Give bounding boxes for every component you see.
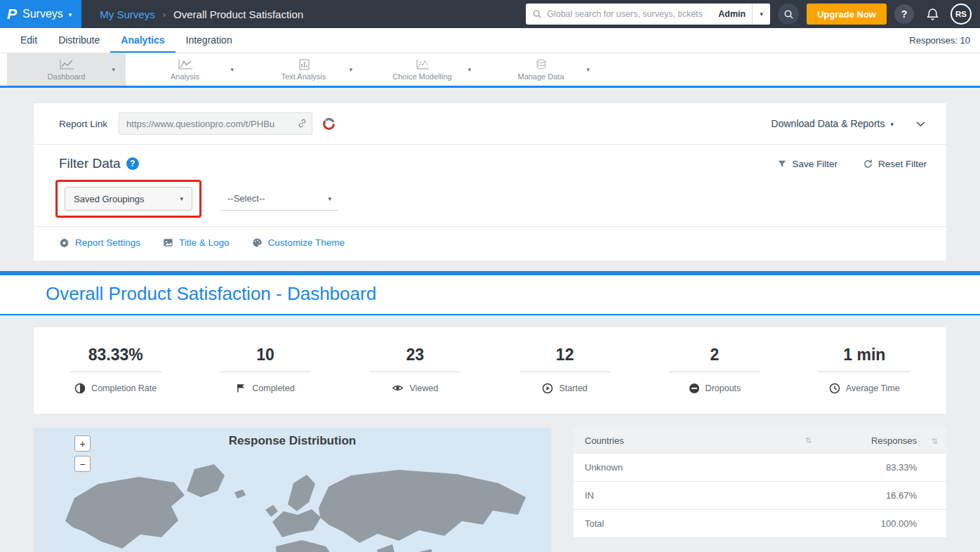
sort-icon[interactable]: ⇅ — [932, 437, 938, 445]
analytics-toolbar: Dashboard ▾ Analysis ▾ Text Analysis ▾ C… — [0, 53, 980, 88]
search-icon — [532, 9, 542, 19]
country-cell: IN — [585, 490, 812, 501]
play-circle-icon — [542, 383, 553, 394]
table-row: Unknown 83.33% — [574, 454, 946, 482]
surveys-product-menu[interactable]: P Surveys ▾ — [0, 0, 81, 28]
tab-distribute[interactable]: Distribute — [48, 28, 110, 53]
world-map[interactable] — [34, 454, 551, 552]
gear-icon — [59, 237, 69, 248]
table-header: Countries ⇅ Responses ⇅ — [574, 428, 946, 454]
countries-table: Countries ⇅ Responses ⇅ Unknown 83.33% I… — [574, 428, 946, 538]
zoom-in-button[interactable]: + — [74, 435, 91, 452]
caret-down-icon: ▾ — [328, 195, 331, 202]
dashboard-title-band: Overall Product Satisfaction - Dashboard — [0, 275, 980, 315]
user-avatar[interactable]: RS — [951, 4, 972, 25]
text-analysis-icon — [296, 59, 312, 70]
tab-edit[interactable]: Edit — [10, 28, 48, 53]
table-row: IN 16.67% — [574, 482, 946, 510]
stat-started: 12 Started — [490, 346, 640, 394]
sort-icon[interactable]: ⇅ — [805, 436, 812, 445]
toolbar-item-label: Analysis — [171, 72, 199, 81]
notifications-button[interactable] — [922, 4, 943, 25]
toolbar-item-choice-modelling[interactable]: Choice Modelling ▾ — [363, 53, 482, 86]
caret-down-icon[interactable]: ▾ — [586, 66, 590, 73]
stat-label: Dropouts — [706, 383, 741, 393]
product-name: Surveys — [22, 8, 63, 20]
tab-analytics[interactable]: Analytics — [110, 28, 175, 53]
breadcrumb: My Surveys › Overall Product Satisfactio… — [100, 8, 303, 20]
topbar-actions: Admin ▾ Upgrade Now ? RS — [526, 4, 980, 25]
topbar: P Surveys ▾ My Surveys › Overall Product… — [0, 0, 980, 28]
stats-card: 83.33% Completion Rate 10 Completed 23 V… — [34, 327, 946, 414]
divider — [669, 372, 760, 372]
survey-nav: Edit Distribute Analytics Integration Re… — [0, 28, 980, 53]
responses-cell: 83.33% — [812, 462, 917, 473]
report-link-row: Report Link Download Data & Reports ▾ — [34, 103, 946, 144]
title-logo-label: Title & Logo — [179, 237, 230, 248]
questionpro-logo-icon: P — [7, 6, 17, 22]
toolbar-item-manage-data[interactable]: Manage Data ▾ — [482, 53, 600, 86]
tab-integration[interactable]: Integration — [176, 28, 243, 53]
stat-label: Started — [559, 383, 587, 393]
save-filter-label: Save Filter — [792, 159, 837, 169]
save-filter-button[interactable]: Save Filter — [777, 159, 837, 169]
bell-icon — [926, 8, 939, 21]
toolbar-item-text-analysis[interactable]: Text Analysis ▾ — [244, 53, 363, 86]
stat-average-time: 1 min Average Time — [790, 346, 939, 394]
page-title: Overall Product Satisfaction - Dashboard — [46, 283, 376, 304]
breadcrumb-separator: › — [163, 9, 166, 20]
link-icon[interactable] — [297, 118, 307, 129]
report-settings-link[interactable]: Report Settings — [59, 237, 140, 248]
responses-cell: 100.00% — [812, 518, 917, 529]
stat-label: Completion Rate — [91, 383, 157, 393]
divider — [519, 372, 611, 372]
stat-value: 23 — [406, 346, 425, 364]
database-icon — [534, 58, 548, 70]
saved-groupings-wrap: Saved Groupings ▾ — [65, 187, 192, 211]
stat-value: 83.33% — [88, 346, 143, 364]
live-report-badge-icon[interactable] — [322, 117, 336, 131]
caret-down-icon[interactable]: ▾ — [112, 66, 115, 73]
title-logo-link[interactable]: Title & Logo — [163, 237, 230, 248]
toolbar-item-analysis[interactable]: Analysis ▾ — [126, 53, 244, 86]
toolbar-item-label: Dashboard — [48, 72, 86, 81]
responses-header[interactable]: Responses — [812, 435, 917, 446]
stat-completed: 10 Completed — [190, 346, 340, 394]
caret-down-icon[interactable]: ▾ — [349, 66, 352, 73]
search-button[interactable] — [778, 4, 799, 25]
breadcrumb-my-surveys[interactable]: My Surveys — [100, 8, 154, 20]
search-scope-dropdown[interactable]: ▾ — [752, 4, 770, 25]
caret-down-icon[interactable]: ▾ — [468, 66, 471, 73]
report-link-input[interactable] — [119, 112, 312, 135]
palette-icon — [252, 237, 263, 248]
stat-value: 12 — [556, 346, 574, 364]
line-chart-icon — [59, 59, 74, 70]
divider — [70, 372, 161, 372]
countries-header[interactable]: Countries — [585, 435, 624, 446]
search-scope-label: Admin — [712, 9, 752, 19]
global-search-input[interactable] — [547, 9, 712, 19]
help-button[interactable]: ? — [894, 4, 914, 24]
reset-filter-button[interactable]: Reset Filter — [863, 159, 927, 169]
stat-completion-rate: 83.33% Completion Rate — [41, 346, 190, 394]
grouping-value-select[interactable]: --Select-- ▾ — [220, 187, 338, 211]
clock-icon — [829, 383, 840, 394]
eye-icon — [392, 383, 404, 393]
country-cell: Total — [585, 518, 812, 529]
choice-modelling-icon — [415, 59, 430, 70]
filter-data-title: Filter Data — [59, 156, 121, 171]
response-distribution-section: Response Distribution + − — [34, 428, 946, 552]
responses-count: Responses: 10 — [909, 35, 970, 46]
refresh-icon — [863, 159, 873, 169]
filter-help-icon[interactable]: ? — [126, 157, 139, 170]
caret-down-icon[interactable]: ▾ — [230, 66, 234, 73]
collapse-chevron-icon[interactable] — [915, 118, 927, 130]
download-data-reports-dropdown[interactable]: Download Data & Reports ▾ — [772, 118, 894, 129]
zoom-out-button[interactable]: − — [74, 456, 91, 472]
report-link-field — [119, 112, 312, 135]
toolbar-item-dashboard[interactable]: Dashboard ▾ — [7, 53, 126, 86]
saved-groupings-select[interactable]: Saved Groupings ▾ — [65, 187, 192, 211]
page-content: Report Link Download Data & Reports ▾ Fi… — [0, 103, 980, 261]
upgrade-now-button[interactable]: Upgrade Now — [807, 4, 887, 25]
customize-theme-link[interactable]: Customize Theme — [252, 237, 345, 248]
